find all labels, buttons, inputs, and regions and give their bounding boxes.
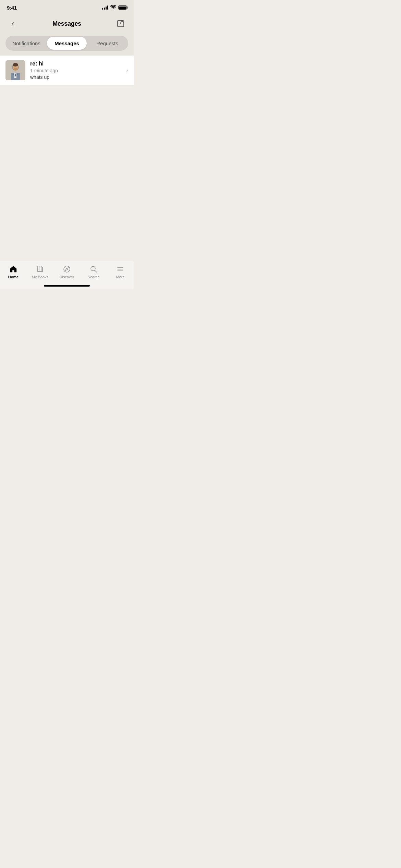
svg-rect-5 [14, 68, 17, 70]
message-time: 1 minute ago [30, 68, 122, 73]
message-subject: re: hi [30, 61, 122, 67]
message-info: re: hi 1 minute ago whats up [30, 61, 122, 80]
tab-notifications[interactable]: Notifications [7, 37, 46, 50]
tab-more[interactable]: More [107, 264, 134, 279]
tab-requests[interactable]: Requests [87, 37, 127, 50]
tab-discover[interactable]: Discover [53, 264, 80, 279]
compass-icon [62, 265, 71, 274]
tab-search[interactable]: Search [80, 264, 107, 279]
avatar [5, 60, 25, 80]
status-icons [102, 4, 127, 11]
avatar-image [5, 60, 25, 80]
nav-bar: ‹ Messages [0, 15, 134, 32]
svg-point-4 [13, 63, 18, 67]
segment-container: Notifications Messages Requests [5, 36, 128, 51]
message-item[interactable]: re: hi 1 minute ago whats up › [0, 56, 134, 85]
status-bar: 9:41 [0, 0, 134, 15]
battery-icon [118, 5, 127, 10]
segment-bar: Notifications Messages Requests [0, 32, 134, 56]
chevron-left-icon: ‹ [12, 20, 14, 27]
svg-point-12 [64, 266, 70, 272]
tab-my-books[interactable]: My Books [27, 264, 53, 279]
wifi-icon [110, 4, 116, 11]
tab-my-books-label: My Books [32, 275, 48, 279]
tab-home[interactable]: Home [0, 264, 27, 279]
tab-discover-label: Discover [60, 275, 74, 279]
page-title: Messages [52, 20, 81, 27]
my-books-icon [36, 265, 45, 274]
more-icon [116, 265, 125, 274]
back-button[interactable]: ‹ [7, 17, 19, 30]
main-content: re: hi 1 minute ago whats up › [0, 56, 134, 243]
tab-more-label: More [116, 275, 124, 279]
signal-icon [102, 5, 108, 10]
compose-button[interactable] [114, 17, 127, 30]
status-time: 9:41 [7, 5, 17, 11]
search-icon [89, 265, 98, 274]
home-indicator [44, 285, 90, 287]
home-icon [9, 265, 18, 274]
message-preview: whats up [30, 74, 122, 80]
tab-home-label: Home [8, 275, 19, 279]
tab-messages[interactable]: Messages [47, 37, 87, 50]
chevron-right-icon: › [126, 67, 128, 73]
empty-area [0, 85, 134, 243]
compose-icon [117, 20, 125, 28]
tab-search-label: Search [88, 275, 100, 279]
